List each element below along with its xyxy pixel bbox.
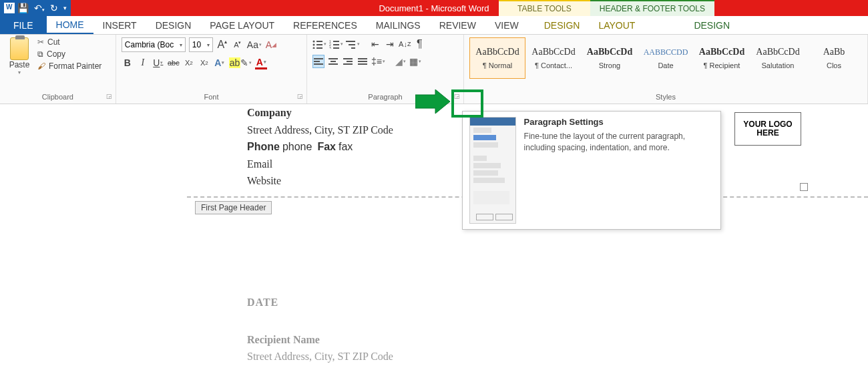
anchor-icon	[800, 183, 808, 191]
svg-rect-7	[333, 41, 339, 42]
logo-placeholder[interactable]: YOUR LOGO HERE	[734, 112, 801, 146]
font-color-button[interactable]: A▾	[255, 56, 267, 69]
strikethrough-button[interactable]: abc	[168, 56, 180, 69]
line-spacing-button[interactable]: ‡≡▾	[371, 55, 385, 68]
document-canvas[interactable]: Company Street Address, City, ST ZIP Cod…	[0, 104, 868, 380]
italic-button[interactable]: I	[137, 56, 149, 69]
svg-rect-24	[358, 58, 367, 59]
tab-insert[interactable]: INSERT	[93, 16, 146, 34]
svg-text:3: 3	[329, 46, 331, 49]
svg-rect-18	[329, 58, 338, 59]
svg-rect-9	[333, 44, 339, 45]
multilevel-list-button[interactable]: ▾	[346, 37, 360, 51]
group-clipboard: Paste ▾ ✂Cut ⧉Copy 🖌Format Painter Clipb…	[0, 35, 116, 104]
shading-button[interactable]: ◢▾	[395, 55, 407, 68]
svg-rect-12	[346, 41, 355, 42]
word-app-icon[interactable]	[4, 3, 15, 13]
tab-home[interactable]: HOME	[47, 16, 93, 34]
svg-point-0	[313, 41, 315, 43]
paste-label: Paste	[9, 60, 30, 69]
style-recipient[interactable]: AaBbCcDd¶ Recipient	[694, 37, 750, 79]
styles-gallery[interactable]: AaBbCcDd¶ Normal AaBbCcDd¶ Contact... Aa…	[469, 37, 862, 79]
tab-view[interactable]: VIEW	[485, 16, 528, 34]
header-footer-tools-context: HEADER & FOOTER TOOLS	[590, 0, 714, 16]
scissors-icon: ✂	[37, 37, 44, 47]
svg-rect-16	[314, 61, 320, 62]
format-painter-button[interactable]: 🖌Format Painter	[37, 61, 101, 71]
redo-icon[interactable]: ↻	[50, 3, 58, 13]
styles-group-label: Styles	[469, 93, 862, 102]
svg-rect-1	[316, 41, 322, 42]
font-name-combo[interactable]: Cambria (Boc▾	[122, 37, 186, 52]
tab-file[interactable]: FILE	[0, 16, 47, 34]
underline-button[interactable]: U▾	[152, 56, 164, 69]
svg-rect-11	[333, 47, 339, 49]
qat-customize-icon[interactable]: ▾	[63, 5, 67, 11]
doc-date[interactable]: DATE	[247, 294, 828, 311]
doc-recipient-addr[interactable]: Street Address, City, ST ZIP Code	[247, 348, 828, 365]
superscript-button[interactable]: X2	[198, 56, 210, 69]
show-marks-button[interactable]: ¶	[413, 37, 425, 51]
align-center-button[interactable]	[327, 55, 339, 68]
clipboard-launcher-icon[interactable]: ◲	[106, 93, 114, 101]
contextual-tool-tabs: TABLE TOOLS HEADER & FOOTER TOOLS	[499, 0, 714, 16]
tooltip-title: Paragraph Settings	[524, 117, 714, 127]
change-case-button[interactable]: Aa▾	[247, 38, 262, 51]
bold-button[interactable]: B	[122, 56, 134, 69]
paste-button[interactable]: Paste ▾	[5, 37, 33, 75]
align-left-button[interactable]	[312, 55, 324, 68]
decrease-indent-button[interactable]: ⇤	[369, 37, 381, 51]
subscript-button[interactable]: X2	[183, 56, 195, 69]
align-right-button[interactable]	[342, 55, 354, 68]
copy-button[interactable]: ⧉Copy	[37, 49, 101, 59]
tab-review[interactable]: REVIEW	[430, 16, 485, 34]
text-effects-button[interactable]: A▾	[214, 56, 226, 69]
svg-rect-26	[358, 63, 367, 65]
annotation-arrow-icon	[415, 89, 451, 116]
quick-access-toolbar: 💾 ↶▾ ↻ ▾	[0, 0, 71, 16]
tab-table-design[interactable]: DESIGN	[535, 16, 590, 34]
svg-rect-22	[347, 61, 353, 62]
style-salutation[interactable]: AaBbCcDdSalutation	[750, 37, 806, 79]
tab-hf-design[interactable]: DESIGN	[658, 16, 766, 34]
annotation-highlight-box	[451, 89, 483, 118]
tab-page-layout[interactable]: PAGE LAYOUT	[200, 16, 284, 34]
font-size-combo[interactable]: 10▾	[189, 37, 213, 52]
svg-rect-21	[343, 58, 353, 59]
bullets-button[interactable]: ▾	[312, 37, 327, 51]
tab-table-layout[interactable]: LAYOUT	[589, 16, 644, 34]
undo-icon[interactable]: ↶▾	[34, 3, 45, 13]
group-styles: AaBbCcDd¶ Normal AaBbCcDd¶ Contact... Aa…	[464, 35, 868, 104]
save-icon[interactable]: 💾	[17, 3, 29, 13]
tab-design[interactable]: DESIGN	[146, 16, 201, 34]
svg-rect-25	[358, 61, 367, 62]
justify-button[interactable]	[357, 55, 369, 68]
tooltip-preview-image	[469, 117, 516, 224]
svg-marker-27	[415, 89, 450, 114]
first-page-header-tag[interactable]: First Page Header	[195, 201, 272, 214]
font-launcher-icon[interactable]: ◲	[297, 93, 305, 101]
title-bar: 💾 ↶▾ ↻ ▾ Document1 - Microsoft Word TABL…	[0, 0, 868, 16]
shrink-font-button[interactable]: A▾	[232, 38, 244, 51]
borders-button[interactable]: ▦▾	[409, 55, 421, 68]
clear-formatting-button[interactable]: A◢	[265, 38, 277, 51]
style-closing[interactable]: AaBbClos	[806, 37, 862, 79]
doc-recipient-name[interactable]: Recipient Name	[247, 331, 828, 349]
tab-references[interactable]: REFERENCES	[284, 16, 367, 34]
tab-mailings[interactable]: MAILINGS	[367, 16, 430, 34]
style-strong[interactable]: AaBbCcDdStrong	[582, 37, 638, 79]
style-contact[interactable]: AaBbCcDd¶ Contact...	[525, 37, 582, 79]
table-tools-context: TABLE TOOLS	[499, 0, 590, 16]
cut-button[interactable]: ✂Cut	[37, 37, 101, 47]
brush-icon: 🖌	[37, 61, 45, 71]
grow-font-button[interactable]: A▴	[216, 38, 228, 51]
numbering-button[interactable]: 123▾	[329, 37, 343, 51]
font-group-label: Font	[122, 93, 301, 102]
increase-indent-button[interactable]: ⇥	[384, 37, 396, 51]
svg-rect-19	[331, 61, 336, 62]
tooltip-body: Fine-tune the layout of the current para…	[524, 131, 714, 154]
sort-button[interactable]: A↓Z	[399, 37, 411, 51]
style-date[interactable]: AABBCCDDDate	[638, 37, 694, 79]
highlight-button[interactable]: ab✎▾	[229, 56, 252, 69]
style-normal[interactable]: AaBbCcDd¶ Normal	[469, 37, 525, 79]
